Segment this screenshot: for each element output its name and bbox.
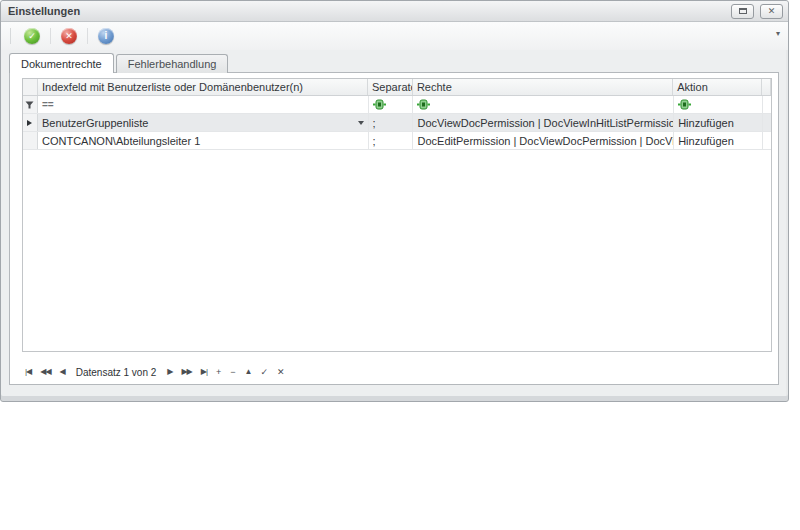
column-header-filler bbox=[762, 79, 771, 95]
tab-dokumentrechte[interactable]: Dokumentrechte bbox=[9, 53, 114, 73]
maximize-button[interactable] bbox=[731, 4, 754, 19]
cell-text: BenutzerGruppenliste bbox=[42, 117, 148, 129]
close-icon: ✕ bbox=[768, 7, 776, 16]
toolbar: ✓ ✕ i ▾ bbox=[1, 22, 788, 50]
nav-delete-button[interactable]: − bbox=[230, 368, 235, 377]
cell-separator[interactable]: ; bbox=[369, 132, 414, 149]
cell-aktion[interactable]: Hinzufügen bbox=[674, 114, 763, 131]
nav-end-edit-button[interactable]: ✓ bbox=[260, 368, 268, 377]
cell-indexfeld[interactable]: CONTCANON\Abteilungsleiter 1 bbox=[38, 132, 369, 149]
nav-prev-button[interactable]: ◀ bbox=[60, 368, 65, 376]
nav-edit-button[interactable]: ▲ bbox=[245, 368, 252, 376]
toolbar-separator bbox=[50, 28, 51, 44]
grid-header-row: Indexfeld mit Benutzerliste oder Domänen… bbox=[23, 79, 771, 96]
cell-rechte[interactable]: DocEditPermission | DocViewDocPermission… bbox=[413, 132, 674, 149]
table-row: CONTCANON\Abteilungsleiter 1 ; DocEditPe… bbox=[23, 132, 771, 150]
nav-first-button[interactable]: |◀ bbox=[25, 368, 31, 376]
grid-filter-row: == bbox=[23, 96, 771, 114]
focused-row-arrow-icon bbox=[27, 120, 32, 126]
window-title: Einstellungen bbox=[8, 5, 80, 17]
window-controls: ✕ bbox=[731, 4, 783, 19]
toolbar-overflow-chevron-icon[interactable]: ▾ bbox=[776, 30, 780, 38]
info-button[interactable]: i bbox=[93, 28, 119, 44]
cancel-button[interactable]: ✕ bbox=[56, 28, 82, 44]
nav-last-button[interactable]: ▶| bbox=[201, 368, 207, 376]
nav-next-button[interactable]: ▶ bbox=[167, 368, 172, 376]
cell-filler bbox=[763, 132, 771, 149]
cancel-x-icon: ✕ bbox=[61, 28, 77, 44]
filter-cell-rechte[interactable] bbox=[413, 96, 674, 113]
desktop: Einstellungen ✕ ✓ ✕ i bbox=[0, 0, 800, 530]
maximize-icon bbox=[739, 8, 747, 14]
filter-condition-icon bbox=[373, 99, 386, 110]
nav-next-page-button[interactable]: ▶▶ bbox=[181, 368, 191, 376]
apply-button[interactable]: ✓ bbox=[19, 28, 45, 44]
filter-row-indicator bbox=[23, 96, 38, 113]
table-row: BenutzerGruppenliste ; DocViewDocPermiss… bbox=[23, 114, 771, 132]
nav-prev-page-button[interactable]: ◀◀ bbox=[40, 368, 50, 376]
cell-rechte[interactable]: DocViewDocPermission | DocViewInHitListP… bbox=[413, 114, 674, 131]
header-indicator-cell bbox=[23, 79, 38, 95]
tab-fehlerbehandlung[interactable]: Fehlerbehandlung bbox=[116, 54, 229, 73]
data-navigator: |◀ ◀◀ ◀ Datensatz 1 von 2 ▶ ▶▶ ▶| + − ▲ … bbox=[25, 363, 285, 381]
toolbar-separator bbox=[87, 28, 88, 44]
tab-label: Dokumentrechte bbox=[21, 58, 102, 70]
permissions-grid: Indexfeld mit Benutzerliste oder Domänen… bbox=[22, 78, 772, 352]
cell-separator[interactable]: ; bbox=[369, 114, 414, 131]
info-icon: i bbox=[98, 28, 114, 44]
settings-window: Einstellungen ✕ ✓ ✕ i bbox=[0, 0, 789, 402]
titlebar[interactable]: Einstellungen ✕ bbox=[1, 1, 788, 22]
column-header-separator[interactable]: Separator bbox=[368, 79, 413, 95]
column-header-aktion[interactable]: Aktion bbox=[673, 79, 762, 95]
tab-strip: Dokumentrechte Fehlerbehandlung bbox=[9, 53, 230, 73]
filter-cell-separator[interactable] bbox=[369, 96, 414, 113]
toolbar-grip[interactable] bbox=[10, 28, 11, 44]
row-indicator bbox=[23, 132, 38, 149]
ok-check-icon: ✓ bbox=[24, 28, 40, 44]
nav-append-button[interactable]: + bbox=[216, 368, 221, 377]
cell-aktion[interactable]: Hinzufügen bbox=[674, 132, 763, 149]
filter-cell-indexfeld[interactable]: == bbox=[38, 96, 369, 113]
nav-record-label: Datensatz 1 von 2 bbox=[76, 367, 157, 378]
filter-cell-aktion[interactable] bbox=[674, 96, 763, 113]
row-indicator bbox=[23, 114, 38, 131]
tab-page-dokumentrechte: Indexfeld mit Benutzerliste oder Domänen… bbox=[9, 72, 779, 385]
dropdown-arrow-icon[interactable] bbox=[358, 121, 364, 128]
filter-cell-filler bbox=[763, 96, 771, 113]
filter-operator: == bbox=[42, 99, 54, 110]
cell-filler bbox=[763, 114, 771, 131]
close-button[interactable]: ✕ bbox=[760, 4, 783, 19]
filter-condition-icon bbox=[417, 99, 430, 110]
filter-funnel-icon bbox=[25, 101, 34, 109]
column-header-rechte[interactable]: Rechte bbox=[413, 79, 673, 95]
filter-condition-icon bbox=[678, 99, 691, 110]
cell-indexfeld[interactable]: BenutzerGruppenliste bbox=[38, 114, 369, 131]
column-header-indexfeld[interactable]: Indexfeld mit Benutzerliste oder Domänen… bbox=[38, 79, 368, 95]
tab-label: Fehlerbehandlung bbox=[128, 58, 217, 70]
nav-cancel-edit-button[interactable]: ✕ bbox=[277, 368, 285, 377]
